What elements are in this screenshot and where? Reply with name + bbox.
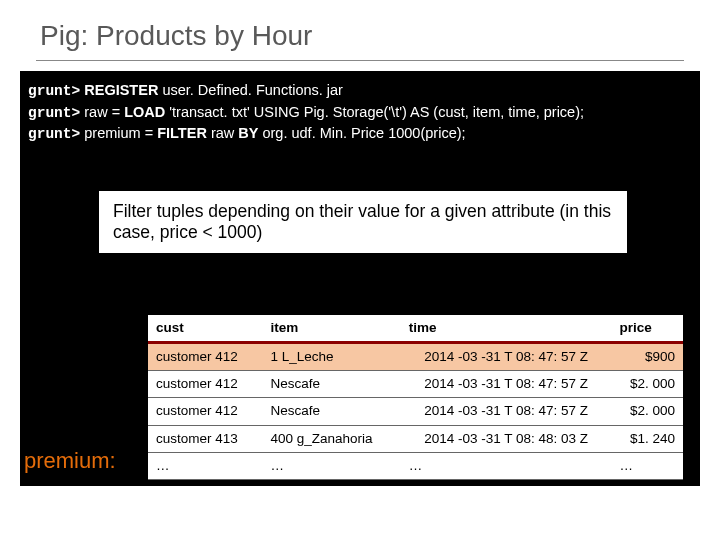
table-row: … … … …	[148, 452, 683, 479]
cmd-text: REGISTER user. Defined. Functions. jar	[84, 82, 343, 98]
table-label: premium:	[24, 446, 116, 476]
terminal-line-1: grunt> REGISTER user. Defined. Functions…	[28, 81, 692, 102]
col-time: time	[401, 315, 612, 343]
prompt: grunt>	[28, 83, 80, 99]
slide: Pig: Products by Hour grunt> REGISTER us…	[0, 0, 720, 540]
table-row: customer 412 1 L_Leche 2014 -03 -31 T 08…	[148, 342, 683, 370]
col-cust: cust	[148, 315, 263, 343]
col-item: item	[263, 315, 401, 343]
title-divider	[36, 60, 684, 61]
table-row: customer 412 Nescafe 2014 -03 -31 T 08: …	[148, 371, 683, 398]
prompt: grunt>	[28, 126, 80, 142]
table-row: customer 413 400 g_Zanahoria 2014 -03 -3…	[148, 425, 683, 452]
terminal-line-2: grunt> raw = LOAD 'transact. txt' USING …	[28, 103, 692, 124]
data-table: cust item time price customer 412 1 L_Le…	[148, 315, 683, 480]
callout-box: Filter tuples depending on their value f…	[98, 190, 628, 254]
col-price: price	[611, 315, 683, 343]
terminal-panel: grunt> REGISTER user. Defined. Functions…	[20, 71, 700, 486]
table-header-row: cust item time price	[148, 315, 683, 343]
cmd-text: raw = LOAD 'transact. txt' USING Pig. St…	[84, 104, 584, 120]
table-wrap: premium: cust item time price customer 4…	[28, 315, 692, 480]
terminal-line-3: grunt> premium = FILTER raw BY org. udf.…	[28, 124, 692, 145]
prompt: grunt>	[28, 105, 80, 121]
table-row: customer 412 Nescafe 2014 -03 -31 T 08: …	[148, 398, 683, 425]
slide-title: Pig: Products by Hour	[0, 20, 720, 60]
cmd-text: premium = FILTER raw BY org. udf. Min. P…	[84, 125, 465, 141]
